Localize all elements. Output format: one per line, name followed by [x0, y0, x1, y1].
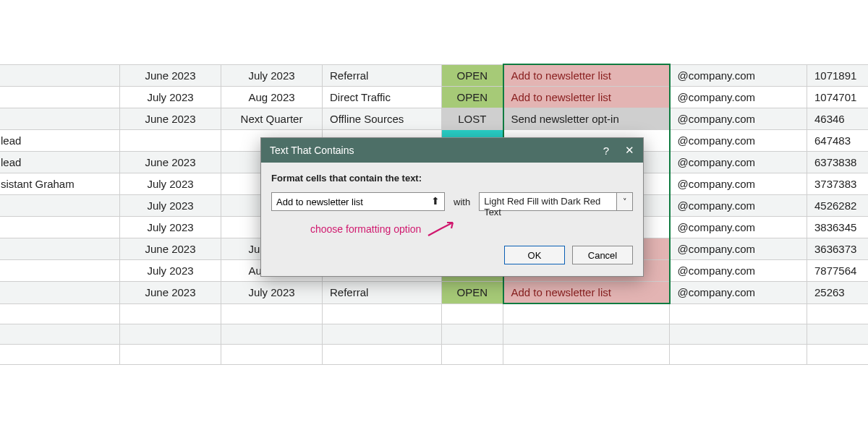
cell[interactable] [442, 344, 503, 364]
cell[interactable] [503, 303, 670, 324]
cell[interactable] [0, 64, 120, 87]
cell[interactable]: 25263 [807, 282, 869, 304]
cell[interactable] [503, 344, 670, 364]
cell[interactable] [0, 344, 120, 364]
cell[interactable]: @company.com [670, 217, 807, 238]
cell[interactable]: @company.com [670, 260, 807, 282]
cell[interactable]: @company.com [670, 173, 807, 195]
cell[interactable]: @company.com [670, 108, 807, 130]
cell[interactable]: June 2023 [120, 238, 221, 260]
cell[interactable]: 1071891 [807, 64, 869, 87]
cell[interactable]: @company.com [670, 195, 807, 217]
cell[interactable] [807, 303, 869, 324]
cell[interactable]: 1074701 [807, 87, 869, 108]
cell[interactable] [120, 130, 221, 152]
ok-button[interactable]: OK [504, 246, 565, 264]
cell[interactable]: Next Quarter [221, 108, 323, 130]
cell[interactable]: 3737383 [807, 173, 869, 195]
dialog-titlebar: Text That Contains ? ✕ [261, 138, 643, 163]
cell[interactable]: July 2023 [221, 64, 323, 87]
cell[interactable]: July 2023 [120, 87, 221, 108]
cell[interactable]: lead [0, 152, 120, 173]
dialog-window-controls: ? ✕ [603, 144, 634, 157]
cell[interactable]: July 2023 [120, 217, 221, 238]
cell[interactable] [807, 344, 869, 364]
cell[interactable]: Add to newsletter list [503, 64, 670, 87]
cell[interactable]: July 2023 [120, 195, 221, 217]
cell[interactable]: Referral [323, 64, 442, 87]
format-option-dropdown[interactable]: Light Red Fill with Dark Red Text ˅ [479, 192, 633, 211]
cell[interactable]: July 2023 [120, 173, 221, 195]
cell[interactable]: 6373838 [807, 152, 869, 173]
cell[interactable]: @company.com [670, 282, 807, 304]
cell[interactable]: lead [0, 130, 120, 152]
cell[interactable]: LOST [442, 108, 503, 130]
cell[interactable]: OPEN [442, 282, 503, 304]
cell[interactable] [0, 108, 120, 130]
cell[interactable]: 647483 [807, 130, 869, 152]
cell[interactable] [0, 282, 120, 304]
cell[interactable] [0, 324, 120, 344]
contains-text-input-wrap: ⬆ [271, 192, 445, 211]
contains-text-input[interactable] [271, 192, 445, 211]
cell[interactable]: @company.com [670, 130, 807, 152]
cell[interactable] [323, 344, 442, 364]
cell[interactable] [503, 324, 670, 344]
cell[interactable]: 3836345 [807, 217, 869, 238]
range-picker-icon[interactable]: ⬆ [429, 194, 442, 207]
cell[interactable] [323, 303, 442, 324]
cell[interactable] [442, 303, 503, 324]
cell[interactable]: @company.com [670, 87, 807, 108]
cell[interactable]: Direct Traffic [323, 87, 442, 108]
cell[interactable]: @company.com [670, 238, 807, 260]
close-icon[interactable]: ✕ [625, 144, 634, 157]
cell[interactable] [442, 324, 503, 344]
cell[interactable]: June 2023 [120, 282, 221, 304]
cell[interactable]: 3636373 [807, 238, 869, 260]
help-icon[interactable]: ? [603, 145, 609, 157]
annotation-text: choose formatting option [310, 223, 421, 235]
cell[interactable]: OPEN [442, 64, 503, 87]
cell[interactable]: June 2023 [120, 152, 221, 173]
cell[interactable]: Add to newsletter list [503, 282, 670, 304]
cell[interactable]: sistant Graham [0, 173, 120, 195]
annotation-arrow-icon [427, 220, 460, 238]
cell[interactable] [120, 344, 221, 364]
cell[interactable]: July 2023 [120, 260, 221, 282]
cell[interactable] [0, 260, 120, 282]
cell[interactable] [670, 324, 807, 344]
cell[interactable]: Send newsletter opt-in [503, 108, 670, 130]
cell[interactable] [0, 238, 120, 260]
table-row: June 2023July 2023ReferralOPENAdd to new… [0, 64, 868, 87]
cell[interactable]: Aug 2023 [221, 87, 323, 108]
cell[interactable]: 46346 [807, 108, 869, 130]
cell[interactable] [0, 87, 120, 108]
chevron-down-icon[interactable]: ˅ [617, 192, 633, 211]
cell[interactable] [807, 324, 869, 344]
cell[interactable] [120, 324, 221, 344]
dialog-button-row: OK Cancel [271, 246, 633, 264]
cell[interactable]: OPEN [442, 87, 503, 108]
cell[interactable]: June 2023 [120, 64, 221, 87]
cell[interactable] [120, 303, 221, 324]
cell[interactable]: @company.com [670, 152, 807, 173]
cell[interactable]: @company.com [670, 64, 807, 87]
cancel-button[interactable]: Cancel [572, 246, 633, 264]
cell[interactable]: Referral [323, 282, 442, 304]
cell[interactable]: June 2023 [120, 108, 221, 130]
cell[interactable]: July 2023 [221, 282, 323, 304]
cell[interactable] [0, 303, 120, 324]
cell[interactable] [323, 324, 442, 344]
cell[interactable] [221, 324, 323, 344]
cell[interactable] [221, 344, 323, 364]
cell[interactable] [670, 303, 807, 324]
cell[interactable] [0, 195, 120, 217]
cell[interactable] [670, 344, 807, 364]
cell[interactable]: Add to newsletter list [503, 87, 670, 108]
cell[interactable] [0, 217, 120, 238]
cell[interactable] [221, 303, 323, 324]
cell[interactable]: 7877564 [807, 260, 869, 282]
cell[interactable]: 4526282 [807, 195, 869, 217]
cell[interactable]: Offline Sources [323, 108, 442, 130]
text-that-contains-dialog: Text That Contains ? ✕ Format cells that… [260, 137, 644, 277]
